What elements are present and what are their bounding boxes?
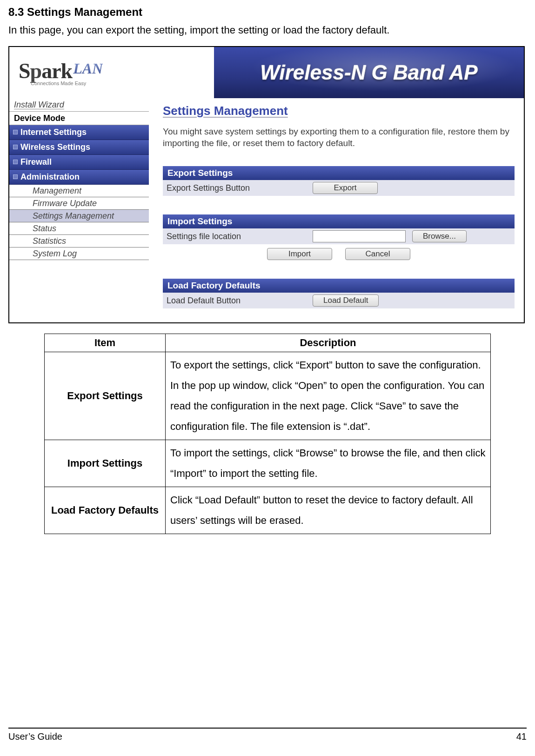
logo-part: S bbox=[19, 59, 30, 83]
sidebar-item-status[interactable]: Status bbox=[9, 222, 149, 235]
expand-icon bbox=[13, 145, 18, 149]
table-row-item: Export Settings bbox=[45, 352, 166, 440]
logo: SparkLAN bbox=[19, 59, 103, 83]
sidebar-item-system-log[interactable]: System Log bbox=[9, 248, 149, 260]
table-row-desc: To export the settings, click “Export” b… bbox=[166, 352, 491, 440]
description-table: Item Description Export Settings To expo… bbox=[44, 334, 491, 534]
logo-part: ark bbox=[41, 59, 72, 83]
section-intro: In this page, you can export the setting… bbox=[8, 23, 527, 38]
load-default-button[interactable]: Load Default bbox=[313, 294, 379, 307]
cancel-button[interactable]: Cancel bbox=[345, 248, 410, 260]
sidebar-item-statistics[interactable]: Statistics bbox=[9, 235, 149, 248]
sidebar-group-wireless[interactable]: Wireless Settings bbox=[9, 140, 149, 155]
sidebar-group-label: Internet Settings bbox=[20, 127, 87, 137]
content-title: Settings Management bbox=[163, 104, 515, 118]
banner-title: Wireless-N G Band AP bbox=[260, 61, 477, 84]
import-row: Settings file location Browse... bbox=[163, 228, 515, 244]
export-row-label: Export Settings Button bbox=[167, 183, 306, 193]
sidebar: Install Wizard Device Mode Internet Sett… bbox=[9, 98, 149, 322]
section-heading: 8.3 Settings Management bbox=[8, 6, 527, 19]
expand-icon bbox=[13, 130, 18, 134]
sidebar-group-label: Wireless Settings bbox=[20, 142, 90, 152]
sidebar-item-management[interactable]: Management bbox=[9, 185, 149, 197]
banner-logo-area: SparkLAN Connections Made Easy bbox=[9, 47, 214, 98]
sidebar-group-label: Firewall bbox=[20, 157, 52, 167]
sidebar-group-administration[interactable]: Administration bbox=[9, 170, 149, 185]
footer-page-number: 41 bbox=[516, 731, 527, 742]
logo-part: p bbox=[30, 59, 42, 83]
browse-button[interactable]: Browse... bbox=[412, 230, 467, 242]
sidebar-install-wizard[interactable]: Install Wizard bbox=[9, 98, 149, 112]
content-description: You might save system settings by export… bbox=[163, 126, 515, 149]
sidebar-group-label: Administration bbox=[20, 172, 80, 182]
screenshot: SparkLAN Connections Made Easy Wireless-… bbox=[8, 46, 525, 323]
footer-guide: User’s Guide bbox=[8, 731, 62, 742]
defaults-row-label: Load Default Button bbox=[167, 296, 306, 306]
export-button[interactable]: Export bbox=[313, 182, 378, 194]
banner: SparkLAN Connections Made Easy Wireless-… bbox=[9, 47, 524, 98]
logo-suffix: LAN bbox=[73, 60, 103, 77]
import-file-input[interactable] bbox=[313, 230, 406, 242]
table-row-item: Load Factory Defaults bbox=[45, 487, 166, 534]
page-footer: User’s Guide 41 bbox=[8, 728, 527, 742]
import-button[interactable]: Import bbox=[267, 248, 332, 260]
sidebar-device-mode[interactable]: Device Mode bbox=[9, 112, 149, 125]
table-row-desc: To import the settings, click “Browse” t… bbox=[166, 440, 491, 487]
content-area: Settings Management You might save syste… bbox=[149, 98, 524, 322]
banner-right: Wireless-N G Band AP bbox=[214, 47, 524, 98]
export-header: Export Settings bbox=[163, 166, 515, 180]
expand-icon bbox=[13, 160, 18, 164]
sidebar-item-settings-management[interactable]: Settings Management bbox=[9, 210, 149, 222]
table-row-item: Import Settings bbox=[45, 440, 166, 487]
expand-icon bbox=[13, 174, 18, 179]
import-header: Import Settings bbox=[163, 214, 515, 228]
sidebar-group-firewall[interactable]: Firewall bbox=[9, 155, 149, 170]
defaults-row: Load Default Button Load Default bbox=[163, 293, 515, 308]
table-header-item: Item bbox=[45, 334, 166, 352]
sidebar-group-internet[interactable]: Internet Settings bbox=[9, 125, 149, 140]
table-header-description: Description bbox=[166, 334, 491, 352]
import-button-row: Import Cancel bbox=[163, 244, 515, 269]
import-row-label: Settings file location bbox=[167, 232, 306, 241]
table-row-desc: Click “Load Default” button to reset the… bbox=[166, 487, 491, 534]
defaults-header: Load Factory Defaults bbox=[163, 279, 515, 293]
export-row: Export Settings Button Export bbox=[163, 180, 515, 196]
sidebar-item-firmware-update[interactable]: Firmware Update bbox=[9, 197, 149, 210]
